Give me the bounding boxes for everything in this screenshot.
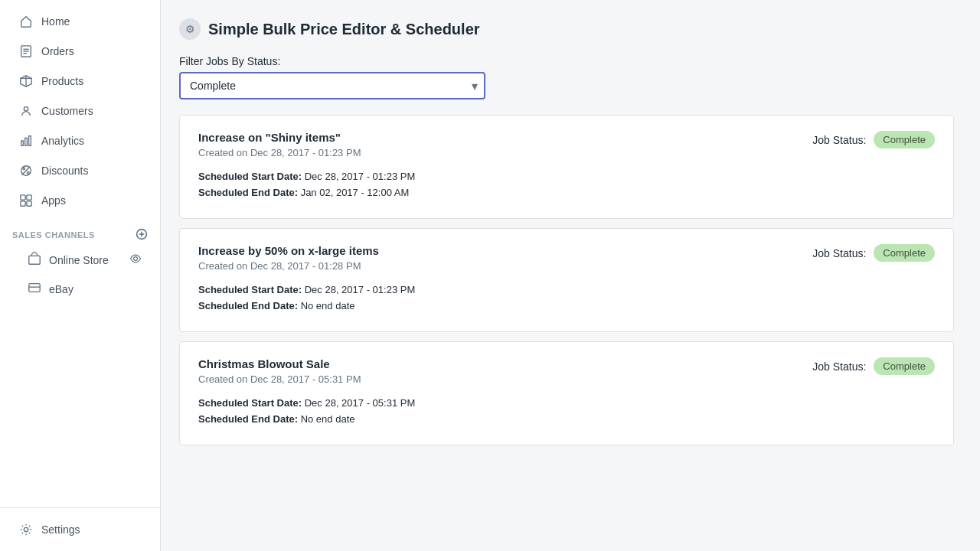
svg-rect-17 [21,201,25,206]
job-status-label: Job Status: [812,360,866,373]
job-info: Christmas Blowout Sale Created on Dec 28… [198,357,361,385]
svg-rect-10 [29,136,31,146]
job-title: Increase by 50% on x-large items [198,244,379,257]
filter-label: Filter Jobs By Status: [179,55,954,67]
job-card-header: Increase by 50% on x-large items Created… [198,244,935,272]
sidebar-item-home[interactable]: Home [6,7,154,36]
sidebar-item-analytics[interactable]: Analytics [6,126,154,155]
svg-point-26 [24,527,28,531]
job-status-section: Job Status: Complete [812,131,935,148]
add-sales-channel-icon[interactable] [136,228,148,242]
sidebar-item-products[interactable]: Products [6,67,154,96]
svg-rect-16 [27,195,31,200]
job-card: Christmas Blowout Sale Created on Dec 28… [179,341,954,445]
app-icon: ⚙ [179,18,201,40]
sidebar-item-settings[interactable]: Settings [6,515,154,544]
svg-rect-8 [21,141,24,145]
job-status-section: Job Status: Complete [812,357,935,375]
analytics-icon [18,133,34,148]
svg-rect-18 [27,201,31,206]
sidebar-item-orders[interactable]: Orders [6,37,154,66]
svg-point-11 [23,168,25,170]
job-created: Created on Dec 28, 2017 - 05:31 PM [198,373,361,385]
job-status-section: Job Status: Complete [812,244,935,262]
svg-rect-22 [29,256,40,264]
job-start-date: Scheduled Start Date: Dec 28, 2017 - 01:… [198,284,935,295]
job-card: Increase on "Shiny items" Created on Dec… [179,115,954,219]
ebay-icon [28,281,41,297]
main-content: ⚙ Simple Bulk Price Editor & Scheduler F… [161,0,980,551]
settings-icon [18,522,34,537]
sidebar-item-online-store[interactable]: Online Store [6,246,154,274]
home-icon [18,14,34,29]
filter-section: Filter Jobs By Status: Complete All Pend… [179,55,954,99]
filter-select[interactable]: Complete All Pending Running Failed [179,72,485,99]
job-start-date: Scheduled Start Date: Dec 28, 2017 - 05:… [198,397,935,409]
job-end-date: Scheduled End Date: No end date [198,413,935,425]
online-store-visibility-icon[interactable] [129,253,142,267]
svg-point-7 [24,107,28,111]
job-created: Created on Dec 28, 2017 - 01:28 PM [198,260,379,272]
job-card: Increase by 50% on x-large items Created… [179,228,954,332]
online-store-icon [28,252,41,268]
sidebar-item-ebay[interactable]: eBay [6,275,154,303]
orders-icon [18,44,34,59]
discounts-icon [18,163,34,178]
jobs-list: Increase on "Shiny items" Created on Dec… [179,115,954,445]
sales-channels-section: SALES CHANNELS [0,216,160,245]
job-info: Increase by 50% on x-large items Created… [198,244,379,272]
svg-point-23 [134,257,138,261]
job-title: Christmas Blowout Sale [198,357,361,370]
status-badge: Complete [874,357,935,375]
job-card-header: Increase on "Shiny items" Created on Dec… [198,131,935,158]
job-title: Increase on "Shiny items" [198,131,361,144]
products-icon [18,73,34,89]
svg-rect-24 [29,284,40,292]
sidebar: Home Orders Products Customers [0,0,161,551]
svg-rect-15 [21,195,25,200]
job-end-date: Scheduled End Date: Jan 02, 2017 - 12:00… [198,187,935,198]
customers-icon [18,103,34,119]
job-info: Increase on "Shiny items" Created on Dec… [198,131,361,158]
svg-rect-9 [25,138,28,145]
filter-select-wrapper: Complete All Pending Running Failed ▾ [179,72,485,99]
job-end-date: Scheduled End Date: No end date [198,300,935,311]
job-created: Created on Dec 28, 2017 - 01:23 PM [198,147,361,158]
sidebar-item-apps[interactable]: Apps [6,186,154,215]
status-badge: Complete [874,244,935,262]
page-title: Simple Bulk Price Editor & Scheduler [208,21,480,38]
svg-point-12 [27,171,29,174]
job-start-date: Scheduled Start Date: Dec 28, 2017 - 01:… [198,171,935,182]
job-card-header: Christmas Blowout Sale Created on Dec 28… [198,357,935,385]
job-status-label: Job Status: [812,247,866,259]
status-badge: Complete [874,131,935,148]
sidebar-item-discounts[interactable]: Discounts [6,156,154,185]
job-status-label: Job Status: [812,134,866,146]
apps-icon [18,193,34,208]
page-header: ⚙ Simple Bulk Price Editor & Scheduler [179,18,954,40]
sidebar-item-customers[interactable]: Customers [6,96,154,126]
